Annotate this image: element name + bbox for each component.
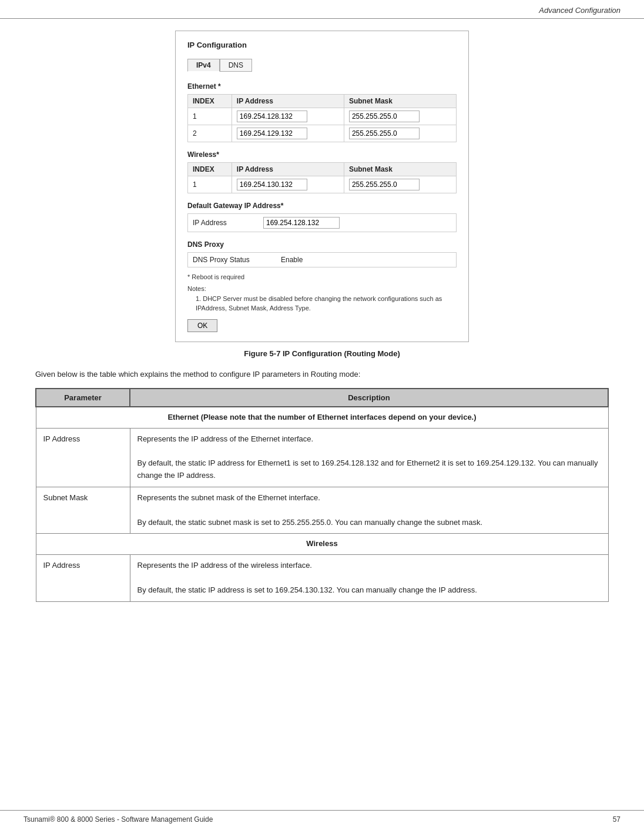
wl-ip-1: [232, 176, 344, 193]
wireless-section-text: Wireless: [36, 534, 608, 555]
dns-proxy-section: DNS Proxy DNS Proxy Status Enable: [187, 240, 457, 267]
param-table: Parameter Description Ethernet (Please n…: [35, 388, 609, 602]
eth-index-2: 2: [188, 125, 232, 142]
ethernet-section-label: Ethernet *: [187, 82, 457, 91]
gateway-row: IP Address: [187, 213, 457, 232]
ethernet-table: INDEX IP Address Subnet Mask 1 2: [187, 94, 457, 142]
eth-ip-input-2[interactable]: [237, 128, 307, 139]
param-subnet-mask: Subnet Mask: [36, 487, 130, 533]
wireless-section-label: Wireless*: [187, 150, 457, 159]
tabs-row: IPv4 DNS: [187, 59, 457, 72]
wl-mask-input-1[interactable]: [349, 179, 420, 190]
param-header: Parameter: [36, 389, 130, 407]
figure-caption: Figure 5-7 IP Configuration (Routing Mod…: [244, 349, 400, 358]
footer-left: Tsunami® 800 & 8000 Series - Software Ma…: [24, 815, 213, 824]
desc-subnet-mask: Represents the subnet mask of the Ethern…: [130, 487, 608, 533]
dns-proxy-section-label: DNS Proxy: [187, 240, 457, 249]
wireless-bold: Wireless: [306, 539, 337, 548]
eth-mask-2: [344, 125, 456, 142]
eth-ip-2: [232, 125, 344, 142]
eth-mask-input-2[interactable]: [349, 128, 420, 139]
page-content: IP Configuration IPv4 DNS Ethernet * IND…: [0, 19, 644, 649]
ethernet-section-row: Ethernet (Please note that the number of…: [36, 407, 608, 428]
eth-row-2: 2: [188, 125, 457, 142]
wl-ip-input-1[interactable]: [237, 179, 307, 190]
ethernet-bold: Ethernet: [167, 413, 199, 421]
tab-ipv4[interactable]: IPv4: [187, 59, 220, 72]
footer-right: 57: [613, 815, 620, 824]
ip-config-box: IP Configuration IPv4 DNS Ethernet * IND…: [175, 31, 469, 342]
ip-config-title: IP Configuration: [187, 41, 457, 49]
eth-col-mask: Subnet Mask: [344, 95, 456, 108]
gateway-section: Default Gateway IP Address* IP Address: [187, 202, 457, 232]
eth-ip-1: [232, 108, 344, 125]
note-1: 1. DHCP Server must be disabled before c…: [187, 294, 457, 313]
header-title: Advanced Configuration: [539, 6, 620, 15]
wl-col-mask: Subnet Mask: [344, 163, 456, 176]
eth-col-ip: IP Address: [232, 95, 344, 108]
gateway-ip-label: IP Address: [193, 219, 251, 227]
figure-container: IP Configuration IPv4 DNS Ethernet * IND…: [35, 31, 609, 358]
desc-ip-address-wl: Represents the IP address of the wireles…: [130, 555, 608, 601]
desc-ip-address-eth: Represents the IP address of the Etherne…: [130, 428, 608, 487]
eth-index-1: 1: [188, 108, 232, 125]
notes-label: Notes:: [187, 284, 457, 294]
reboot-note: * Reboot is required: [187, 273, 457, 280]
description-text: Given below is the table which explains …: [35, 369, 609, 380]
dns-proxy-status-value: Enable: [281, 256, 303, 264]
wl-index-1: 1: [188, 176, 232, 193]
table-row: IP Address Represents the IP address of …: [36, 428, 608, 487]
wl-mask-1: [344, 176, 456, 193]
param-ip-address-eth: IP Address: [36, 428, 130, 487]
table-row: Subnet Mask Represents the subnet mask o…: [36, 487, 608, 533]
wireless-table: INDEX IP Address Subnet Mask 1: [187, 162, 457, 193]
wl-col-index: INDEX: [188, 163, 232, 176]
table-row: IP Address Represents the IP address of …: [36, 555, 608, 601]
gateway-ip-input[interactable]: [263, 217, 340, 229]
dns-proxy-status-label: DNS Proxy Status: [193, 256, 269, 264]
desc-header: Description: [130, 389, 608, 407]
eth-mask-input-1[interactable]: [349, 111, 420, 122]
page-header: Advanced Configuration: [0, 0, 644, 19]
dns-proxy-row: DNS Proxy Status Enable: [187, 252, 457, 267]
param-ip-address-wl: IP Address: [36, 555, 130, 601]
wireless-section-row: Wireless: [36, 534, 608, 555]
wl-col-ip: IP Address: [232, 163, 344, 176]
notes-section: Notes: 1. DHCP Server must be disabled b…: [187, 284, 457, 313]
wl-row-1: 1: [188, 176, 457, 193]
tab-dns[interactable]: DNS: [220, 59, 252, 72]
eth-col-index: INDEX: [188, 95, 232, 108]
page-footer: Tsunami® 800 & 8000 Series - Software Ma…: [0, 810, 644, 828]
ok-button[interactable]: OK: [187, 319, 217, 332]
eth-row-1: 1: [188, 108, 457, 125]
eth-mask-1: [344, 108, 456, 125]
ethernet-section-text: Ethernet (Please note that the number of…: [36, 407, 608, 428]
gateway-section-label: Default Gateway IP Address*: [187, 202, 457, 210]
eth-ip-input-1[interactable]: [237, 111, 307, 122]
